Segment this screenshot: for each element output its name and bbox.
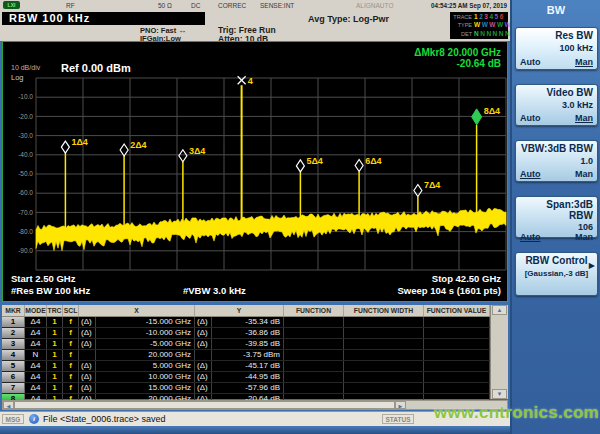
trace-legend-value: N [486, 30, 491, 38]
auto-option[interactable]: Auto [520, 169, 541, 179]
trace-legend-value: 1 [474, 13, 478, 21]
cell-scl: f [63, 350, 79, 360]
align-status: ALIGNAUTO [356, 2, 393, 9]
cell-y-delta: (Δ) [195, 317, 212, 327]
cell-mkr: 2 [2, 328, 25, 338]
softkey-video-bw[interactable]: Video BW3.0 kHzAutoMan [515, 84, 598, 126]
scroll-left-button[interactable]: ◀ [3, 401, 14, 409]
auto-option[interactable]: Auto [520, 113, 541, 123]
cell-trc: 1 [47, 383, 63, 393]
softkey-vbw-3db-rbw[interactable]: VBW:3dB RBW1.0AutoMan [515, 140, 598, 182]
table-row[interactable]: 5Δ41f(Δ)5.000 GHz(Δ)-45.17 dB [2, 361, 508, 372]
cell-x-delta [79, 350, 96, 360]
message-text: File <State_0006.trace> saved [43, 414, 166, 424]
watermark: www.cntronics.com [434, 403, 599, 423]
cell-function [284, 328, 344, 338]
cell-y-delta: (Δ) [195, 372, 212, 382]
svg-text:2Δ4: 2Δ4 [130, 140, 146, 150]
auto-option[interactable]: Auto [520, 57, 541, 67]
sense-status: SENSE:INT [260, 2, 294, 9]
cell-mkr: 3 [2, 339, 25, 349]
table-row[interactable]: 3Δ41f(Δ)-5.000 GHz(Δ)-39.85 dB [2, 339, 508, 350]
trace-legend-label: DET [452, 31, 472, 37]
delta-marker-readout-ampl: -20.64 dB [457, 58, 501, 69]
table-row[interactable]: 1Δ41f(Δ)-15.000 GHz(Δ)-35.34 dB [2, 317, 508, 328]
man-option[interactable]: Man [575, 169, 593, 179]
trace-legend-value: N [493, 30, 498, 38]
cell-mkr: 6 [2, 372, 25, 382]
trace-legend-value: N [474, 30, 479, 38]
cell-function-value [424, 372, 490, 382]
cell-trc: 1 [47, 317, 63, 327]
softkey-auto-man: AutoMan [520, 232, 593, 242]
cell-mode: Δ4 [25, 383, 47, 393]
header-function-value: FUNCTION VALUE [424, 305, 490, 316]
header-function-width: FUNCTION WIDTH [344, 305, 424, 316]
header-y: Y [195, 305, 284, 316]
table-row[interactable]: 7Δ41f(Δ)15.000 GHz(Δ)-57.96 dB [2, 383, 508, 394]
trace-legend-value: 4 [489, 13, 493, 21]
cell-function-value [424, 350, 490, 360]
log-scale-label: Log [11, 73, 24, 82]
cell-function [284, 383, 344, 393]
cell-y-delta: (Δ) [195, 328, 212, 338]
cell-function-value [424, 339, 490, 349]
scrollbar-thumb[interactable] [14, 401, 395, 409]
scroll-down-button[interactable]: ▼ [492, 389, 507, 399]
header-function: FUNCTION [284, 305, 344, 316]
cell-y-delta: (Δ) [195, 383, 212, 393]
cell-x: -5.000 GHz [96, 339, 195, 349]
cell-function [284, 317, 344, 327]
trace-legend-value: N [480, 30, 485, 38]
table-row[interactable]: 4N1f20.000 GHz-3.75 dBm [2, 350, 508, 361]
softkey-rbw-control[interactable]: RBW Control▶[Gaussian,-3 dB] [515, 252, 598, 296]
svg-text:-80.0: -80.0 [18, 228, 33, 235]
cell-function-value [424, 328, 490, 338]
svg-text:6Δ4: 6Δ4 [365, 156, 381, 166]
correction-status: CORREC [218, 2, 246, 9]
cell-mkr: 4 [2, 350, 25, 360]
info-icon: i [29, 414, 39, 424]
trace-legend-value: N [499, 30, 504, 38]
cell-x: 5.000 GHz [96, 361, 195, 371]
table-vertical-scrollbar[interactable]: ▲ ▼ [490, 305, 508, 399]
trace-legend-value: W [482, 21, 488, 29]
svg-text:-50.0: -50.0 [18, 170, 33, 177]
softkey-value: 1.0 [520, 156, 593, 166]
cell-mode: Δ4 [25, 339, 47, 349]
marker-table-body: 1Δ41f(Δ)-15.000 GHz(Δ)-35.34 dB2Δ41f(Δ)-… [2, 317, 508, 405]
scroll-right-button[interactable]: ▶ [395, 401, 406, 409]
cell-trc: 1 [47, 361, 63, 371]
trace-legend-row: TRACE123456 [452, 13, 506, 21]
table-horizontal-scrollbar[interactable]: ◀ ▶ [2, 400, 508, 410]
rbw-readout: RBW 100 kHz [2, 12, 205, 25]
cell-mkr: 1 [2, 317, 25, 327]
cell-function-width [344, 328, 424, 338]
start-freq-label: Start 2.50 GHz [11, 273, 75, 284]
cell-mode: N [25, 350, 47, 360]
scroll-up-button[interactable]: ▲ [492, 305, 507, 315]
cell-scl: f [63, 361, 79, 371]
cell-y: -45.17 dB [212, 361, 284, 371]
man-option[interactable]: Man [575, 232, 593, 242]
delta-marker-readout-freq: ΔMkr8 20.000 GHz [414, 47, 501, 58]
cell-mode: Δ4 [25, 372, 47, 382]
cell-scl: f [63, 339, 79, 349]
softkey-res-bw[interactable]: Res BW100 kHzAutoMan [515, 27, 598, 70]
softkey-span-3db-rbw[interactable]: Span:3dB RBW106AutoMan [515, 196, 598, 238]
svg-text:8Δ4: 8Δ4 [484, 106, 500, 116]
softkey-title: RBW Control [520, 256, 593, 267]
trace-legend-value: 5 [495, 13, 499, 21]
svg-text:7Δ4: 7Δ4 [424, 180, 440, 190]
svg-text:-10.0: -10.0 [18, 93, 33, 100]
man-option[interactable]: Man [575, 57, 593, 67]
marker-table: MKRMODETRCSCLXYFUNCTIONFUNCTION WIDTHFUN… [2, 305, 508, 399]
table-row[interactable]: 2Δ41f(Δ)-10.000 GHz(Δ)-36.86 dB [2, 328, 508, 339]
auto-option[interactable]: Auto [520, 232, 541, 242]
cell-y: -36.86 dB [212, 328, 284, 338]
man-option[interactable]: Man [575, 113, 593, 123]
cell-scl: f [63, 372, 79, 382]
table-row[interactable]: 6Δ41f(Δ)10.000 GHz(Δ)-44.95 dB [2, 372, 508, 383]
rf-status: RF [66, 2, 75, 9]
softkey-value: 3.0 kHz [520, 100, 593, 110]
